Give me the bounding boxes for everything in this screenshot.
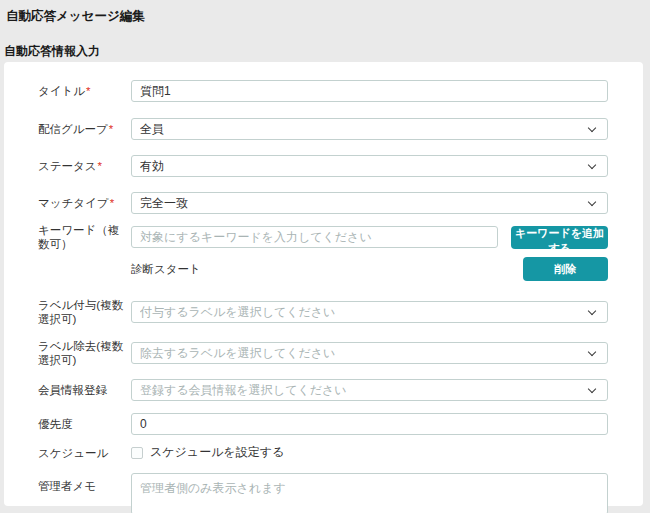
field-label-match-type: マッチタイプ* — [38, 196, 131, 210]
keyword-item-row: 診断スタート 削除 — [38, 257, 608, 281]
field-row-admin-memo: 管理者メモ — [38, 473, 608, 513]
page-title: 自動応答メッセージ編集 — [0, 0, 650, 23]
label-add-placeholder: 付与するラベルを選択してください — [140, 304, 335, 321]
chevron-down-icon — [588, 161, 596, 169]
field-row-status: ステータス* 有効 — [38, 155, 608, 177]
field-label-member-info: 会員情報登録 — [38, 383, 131, 397]
field-label-schedule: スケジュール — [38, 446, 131, 460]
field-row-delivery-group: 配信グループ* 全員 — [38, 118, 608, 140]
chevron-down-icon — [588, 198, 596, 206]
priority-input[interactable] — [131, 413, 608, 435]
field-row-keyword: キーワード（複数可） キーワードを追加する — [38, 223, 608, 251]
schedule-checkbox[interactable] — [131, 447, 143, 459]
field-label-title: タイトル* — [38, 84, 131, 98]
label-remove-select[interactable]: 除去するラベルを選択してください — [131, 342, 608, 364]
required-mark: * — [86, 85, 90, 97]
keyword-item-text: 診断スタート — [131, 262, 201, 277]
member-info-select[interactable]: 登録する会員情報を選択してください — [131, 379, 608, 401]
field-label-text: 配信グループ — [38, 123, 108, 135]
status-select[interactable]: 有効 — [131, 155, 608, 177]
title-input[interactable] — [131, 80, 608, 102]
field-label-priority: 優先度 — [38, 417, 131, 431]
admin-memo-textarea[interactable] — [131, 473, 608, 513]
label-add-select[interactable]: 付与するラベルを選択してください — [131, 301, 608, 323]
schedule-checkbox-label[interactable]: スケジュールを設定する — [150, 444, 284, 461]
field-label-label-remove: ラベル除去(複数選択可) — [38, 339, 131, 367]
field-label-status: ステータス* — [38, 159, 131, 173]
field-label-text: マッチタイプ — [38, 197, 109, 209]
required-mark: * — [98, 160, 102, 172]
member-info-placeholder: 登録する会員情報を選択してください — [140, 382, 347, 399]
chevron-down-icon — [588, 348, 596, 356]
required-mark: * — [109, 123, 113, 135]
delivery-group-value: 全員 — [140, 121, 164, 138]
field-row-match-type: マッチタイプ* 完全一致 — [38, 192, 608, 214]
form-card: タイトル* 配信グループ* 全員 ステータス* 有効 マッチタイプ* 完全一致 … — [4, 62, 643, 506]
field-label-delivery-group: 配信グループ* — [38, 122, 131, 136]
label-remove-placeholder: 除去するラベルを選択してください — [140, 345, 335, 362]
status-value: 有効 — [140, 158, 164, 175]
field-label-text: ステータス — [38, 160, 97, 172]
chevron-down-icon — [588, 307, 596, 315]
required-mark: * — [110, 197, 114, 209]
match-type-value: 完全一致 — [140, 195, 188, 212]
field-row-label-add: ラベル付与(複数選択可) 付与するラベルを選択してください — [38, 298, 608, 326]
field-row-schedule: スケジュール スケジュールを設定する — [38, 444, 608, 461]
chevron-down-icon — [588, 124, 596, 132]
field-row-member-info: 会員情報登録 登録する会員情報を選択してください — [38, 379, 608, 401]
chevron-down-icon — [588, 385, 596, 393]
delivery-group-select[interactable]: 全員 — [131, 118, 608, 140]
field-label-admin-memo: 管理者メモ — [38, 473, 131, 493]
field-row-priority: 優先度 — [38, 413, 608, 435]
field-label-label-add: ラベル付与(複数選択可) — [38, 298, 131, 326]
field-label-text: タイトル — [38, 85, 85, 97]
field-row-label-remove: ラベル除去(複数選択可) 除去するラベルを選択してください — [38, 339, 608, 367]
field-row-title: タイトル* — [38, 80, 608, 102]
keyword-input[interactable] — [131, 226, 498, 248]
delete-keyword-button[interactable]: 削除 — [523, 257, 608, 281]
match-type-select[interactable]: 完全一致 — [131, 192, 608, 214]
field-label-keyword: キーワード（複数可） — [38, 223, 131, 251]
section-title: 自動応答情報入力 — [4, 44, 650, 58]
add-keyword-button[interactable]: キーワードを追加する — [511, 226, 608, 249]
